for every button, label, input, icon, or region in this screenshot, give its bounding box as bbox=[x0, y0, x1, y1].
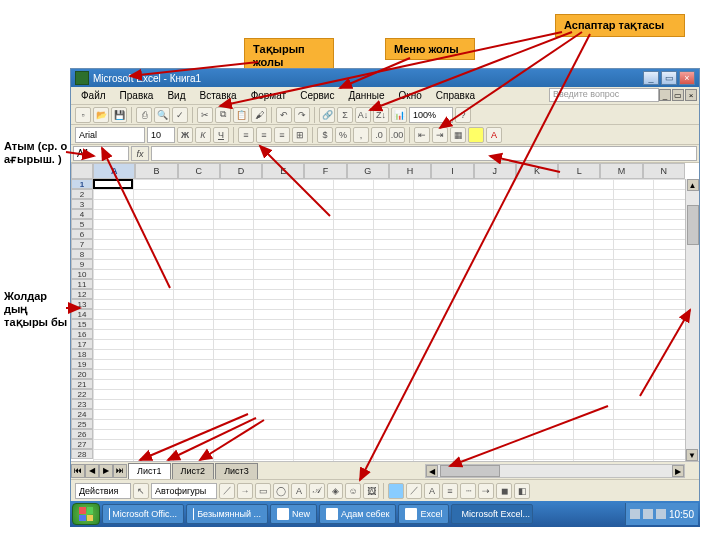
col-header[interactable]: E bbox=[262, 163, 304, 179]
borders-icon[interactable]: ▦ bbox=[450, 127, 466, 143]
copy-icon[interactable]: ⧉ bbox=[215, 107, 231, 123]
preview-icon[interactable]: 🔍 bbox=[154, 107, 170, 123]
row-header[interactable]: 26 bbox=[71, 429, 93, 439]
underline-icon[interactable]: Ч bbox=[213, 127, 229, 143]
col-header[interactable]: F bbox=[304, 163, 346, 179]
save-icon[interactable]: 💾 bbox=[111, 107, 127, 123]
menu-file[interactable]: Файл bbox=[75, 89, 112, 102]
rect-icon[interactable]: ▭ bbox=[255, 483, 271, 499]
textbox-icon[interactable]: A bbox=[291, 483, 307, 499]
undo-icon[interactable]: ↶ bbox=[276, 107, 292, 123]
sort-desc-icon[interactable]: Z↓ bbox=[373, 107, 389, 123]
inc-dec-icon[interactable]: .0 bbox=[371, 127, 387, 143]
row-header[interactable]: 7 bbox=[71, 239, 93, 249]
taskbar-item[interactable]: Безымянный ... bbox=[186, 504, 268, 524]
shadow-icon[interactable]: ◼ bbox=[496, 483, 512, 499]
col-header[interactable]: H bbox=[389, 163, 431, 179]
align-left-icon[interactable]: ≡ bbox=[238, 127, 254, 143]
col-header[interactable]: B bbox=[135, 163, 177, 179]
menu-tools[interactable]: Сервис bbox=[294, 89, 340, 102]
tab-prev-icon[interactable]: ◀ bbox=[85, 464, 99, 478]
percent-icon[interactable]: % bbox=[335, 127, 351, 143]
open-icon[interactable]: 📂 bbox=[93, 107, 109, 123]
row-header[interactable]: 2 bbox=[71, 189, 93, 199]
menu-data[interactable]: Данные bbox=[342, 89, 390, 102]
font-select[interactable]: Arial bbox=[75, 127, 145, 143]
row-header[interactable]: 24 bbox=[71, 409, 93, 419]
taskbar-item[interactable]: Microsoft Offic... bbox=[102, 504, 184, 524]
select-all-corner[interactable] bbox=[71, 163, 93, 179]
row-header[interactable]: 5 bbox=[71, 219, 93, 229]
row-header[interactable]: 22 bbox=[71, 389, 93, 399]
picture-icon[interactable]: 🖼 bbox=[363, 483, 379, 499]
format-painter-icon[interactable]: 🖌 bbox=[251, 107, 267, 123]
bold-icon[interactable]: Ж bbox=[177, 127, 193, 143]
clipart-icon[interactable]: ☺ bbox=[345, 483, 361, 499]
scroll-right-icon[interactable]: ▶ bbox=[672, 465, 684, 477]
scroll-thumb[interactable] bbox=[687, 205, 699, 245]
pointer-icon[interactable]: ↖ bbox=[133, 483, 149, 499]
tray-icon[interactable] bbox=[656, 509, 666, 519]
sort-asc-icon[interactable]: A↓ bbox=[355, 107, 371, 123]
3d-icon[interactable]: ◧ bbox=[514, 483, 530, 499]
col-header[interactable]: A bbox=[93, 163, 135, 179]
font-color2-icon[interactable]: A bbox=[424, 483, 440, 499]
menu-window[interactable]: Окно bbox=[393, 89, 428, 102]
tray-icon[interactable] bbox=[643, 509, 653, 519]
redo-icon[interactable]: ↷ bbox=[294, 107, 310, 123]
wordart-icon[interactable]: 𝒜 bbox=[309, 483, 325, 499]
row-header[interactable]: 16 bbox=[71, 329, 93, 339]
col-header[interactable]: N bbox=[643, 163, 685, 179]
chart-icon[interactable]: 📊 bbox=[391, 107, 407, 123]
minimize-button[interactable]: _ bbox=[643, 71, 659, 85]
row-header[interactable]: 15 bbox=[71, 319, 93, 329]
drawing-actions-menu[interactable]: Действия bbox=[75, 483, 131, 499]
dec-dec-icon[interactable]: .00 bbox=[389, 127, 405, 143]
row-header[interactable]: 10 bbox=[71, 269, 93, 279]
merge-icon[interactable]: ⊞ bbox=[292, 127, 308, 143]
taskbar-item[interactable]: Microsoft Excel... bbox=[451, 504, 533, 524]
row-header[interactable]: 1 bbox=[71, 179, 93, 189]
sheet-tab[interactable]: Лист1 bbox=[128, 463, 171, 479]
hscroll-thumb[interactable] bbox=[440, 465, 500, 477]
help-search-input[interactable]: Введите вопрос bbox=[549, 88, 659, 102]
row-header[interactable]: 4 bbox=[71, 209, 93, 219]
sum-icon[interactable]: Σ bbox=[337, 107, 353, 123]
row-header[interactable]: 3 bbox=[71, 199, 93, 209]
help-icon[interactable]: ? bbox=[455, 107, 471, 123]
row-header[interactable]: 23 bbox=[71, 399, 93, 409]
row-header[interactable]: 17 bbox=[71, 339, 93, 349]
scroll-up-icon[interactable]: ▲ bbox=[687, 179, 699, 191]
autoshapes-menu[interactable]: Автофигуры bbox=[151, 483, 217, 499]
scroll-down-icon[interactable]: ▼ bbox=[686, 449, 698, 461]
arrowstyle-icon[interactable]: ⇢ bbox=[478, 483, 494, 499]
system-tray[interactable]: 10:50 bbox=[625, 503, 698, 525]
currency-icon[interactable]: $ bbox=[317, 127, 333, 143]
row-header[interactable]: 28 bbox=[71, 449, 93, 459]
comma-icon[interactable]: , bbox=[353, 127, 369, 143]
print-icon[interactable]: ⎙ bbox=[136, 107, 152, 123]
paste-icon[interactable]: 📋 bbox=[233, 107, 249, 123]
col-header[interactable]: G bbox=[347, 163, 389, 179]
mdi-min-button[interactable]: _ bbox=[659, 89, 671, 101]
row-header[interactable]: 11 bbox=[71, 279, 93, 289]
menu-format[interactable]: Формат bbox=[245, 89, 293, 102]
taskbar-item[interactable]: Excel bbox=[398, 504, 449, 524]
menu-edit[interactable]: Правка bbox=[114, 89, 160, 102]
taskbar-item[interactable]: Адам себек bbox=[319, 504, 396, 524]
col-header[interactable]: M bbox=[600, 163, 642, 179]
font-size-select[interactable]: 10 bbox=[147, 127, 175, 143]
cell-grid[interactable] bbox=[93, 179, 685, 461]
col-header[interactable]: I bbox=[431, 163, 473, 179]
name-box[interactable]: A1 bbox=[73, 146, 129, 161]
sheet-tab[interactable]: Лист3 bbox=[215, 463, 258, 479]
tab-next-icon[interactable]: ▶ bbox=[99, 464, 113, 478]
close-button[interactable]: × bbox=[679, 71, 695, 85]
fill-icon[interactable] bbox=[388, 483, 404, 499]
align-center-icon[interactable]: ≡ bbox=[256, 127, 272, 143]
row-header[interactable]: 20 bbox=[71, 369, 93, 379]
tab-first-icon[interactable]: ⏮ bbox=[71, 464, 85, 478]
italic-icon[interactable]: К bbox=[195, 127, 211, 143]
fx-button[interactable]: fx bbox=[131, 146, 149, 161]
row-header[interactable]: 14 bbox=[71, 309, 93, 319]
